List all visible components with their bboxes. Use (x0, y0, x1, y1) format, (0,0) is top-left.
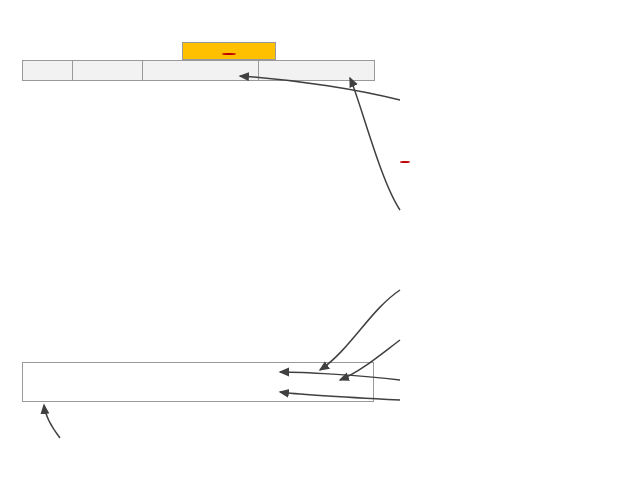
divisor-cell (182, 42, 276, 60)
divisor-ref (400, 161, 410, 163)
annotation-panel (400, 90, 620, 291)
sparkline-wins (23, 363, 373, 383)
sparkline-losses (23, 383, 373, 403)
col-header-h1 (143, 61, 259, 81)
sparkline-box (22, 362, 374, 402)
table-container (22, 60, 374, 81)
col-header-h2 (259, 61, 375, 81)
note-h2 (400, 184, 620, 204)
col-header-value (23, 61, 73, 81)
divisor-value (222, 53, 236, 55)
page-title (0, 0, 630, 12)
note-colors (400, 255, 620, 275)
note-concat-h1 (400, 220, 620, 240)
col-header-winloss (73, 61, 143, 81)
note-h1 (400, 90, 620, 168)
data-table (22, 60, 375, 81)
